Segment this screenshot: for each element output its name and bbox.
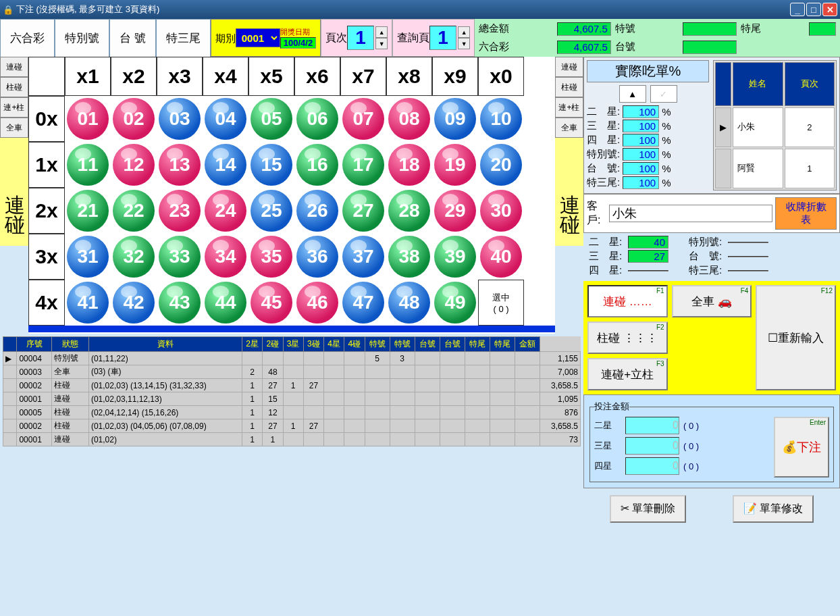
ball-34[interactable]: 34 — [205, 236, 246, 278]
discount-table-button[interactable]: 收牌折數表 — [775, 197, 837, 230]
ball-07[interactable]: 07 — [342, 98, 384, 140]
bet-二星[interactable] — [625, 417, 679, 434]
col-x3[interactable]: x3 — [157, 57, 203, 96]
modify-row-button[interactable]: 📝 單筆修改 — [733, 495, 814, 523]
maximize-button[interactable]: □ — [806, 3, 821, 16]
table-row[interactable]: 00002柱碰(01,02,03) (13,14,15) (31,32,33)1… — [3, 379, 581, 392]
page-input[interactable] — [347, 26, 374, 50]
row-4x[interactable]: 4x — [28, 280, 65, 326]
ball-23[interactable]: 23 — [159, 190, 201, 232]
page-up[interactable]: ▲ — [375, 26, 388, 38]
ball-10[interactable]: 10 — [480, 98, 522, 140]
table-row[interactable]: 00001連碰(01,02,03,11,12,13)1151,095 — [3, 392, 581, 406]
query-up[interactable]: ▲ — [458, 26, 470, 38]
col-x9[interactable]: x9 — [432, 57, 478, 96]
eat-check-button[interactable]: ✓ — [650, 85, 677, 103]
col-x8[interactable]: x8 — [386, 57, 432, 96]
ball-18[interactable]: 18 — [388, 144, 430, 186]
mode-1[interactable]: F4全車 🚗 — [672, 285, 752, 317]
col-x2[interactable]: x2 — [111, 57, 157, 96]
table-row[interactable]: 00005柱碰(02,04,12,14) (15,16,26)112876 — [3, 406, 581, 419]
ball-31[interactable]: 31 — [67, 236, 109, 278]
ball-46[interactable]: 46 — [296, 282, 338, 324]
ball-27[interactable]: 27 — [342, 190, 384, 232]
ball-15[interactable]: 15 — [251, 144, 292, 186]
tab-special[interactable]: 特別號 — [55, 19, 109, 57]
side-zhu[interactable]: 柱碰 — [0, 77, 28, 97]
col-x1[interactable]: x1 — [65, 57, 111, 96]
ball-38[interactable]: 38 — [388, 236, 430, 278]
ball-28[interactable]: 28 — [388, 190, 430, 232]
ball-25[interactable]: 25 — [251, 190, 292, 232]
ball-08[interactable]: 08 — [388, 98, 430, 140]
tab-lhc[interactable]: 六合彩 — [0, 19, 55, 57]
ball-24[interactable]: 24 — [205, 190, 246, 232]
side-lianzhu[interactable]: 連+柱 — [0, 97, 28, 118]
ball-12[interactable]: 12 — [113, 144, 155, 186]
table-row[interactable]: ▶00004特別號(01,11,22)531,155 — [3, 352, 581, 365]
ball-44[interactable]: 44 — [205, 282, 246, 324]
ball-45[interactable]: 45 — [251, 282, 292, 324]
ball-06[interactable]: 06 — [296, 98, 338, 140]
query-input[interactable] — [429, 26, 456, 50]
ball-43[interactable]: 43 — [159, 282, 201, 324]
mode-0[interactable]: F1連碰 …… — [587, 285, 668, 317]
col-x6[interactable]: x6 — [294, 57, 340, 96]
row-2x[interactable]: 2x — [28, 188, 65, 234]
side2-zhu[interactable]: 柱碰 — [555, 77, 583, 97]
ball-42[interactable]: 42 — [113, 282, 155, 324]
ball-40[interactable]: 40 — [480, 236, 522, 278]
page-down[interactable]: ▼ — [375, 38, 388, 49]
minimize-button[interactable]: _ — [790, 3, 805, 16]
ball-17[interactable]: 17 — [342, 144, 384, 186]
reinput-button[interactable]: F12☐重新輸入 — [756, 285, 836, 390]
ball-47[interactable]: 47 — [342, 282, 384, 324]
side-lian[interactable]: 連碰 — [0, 57, 28, 77]
query-down[interactable]: ▼ — [458, 38, 470, 49]
bet-三星[interactable] — [625, 437, 679, 455]
row-0x[interactable]: 0x — [28, 96, 65, 142]
ball-13[interactable]: 13 — [159, 144, 201, 186]
close-button[interactable]: ✕ — [822, 3, 837, 16]
row-1x[interactable]: 1x — [28, 142, 65, 188]
side2-lianzhu[interactable]: 連+柱 — [555, 97, 583, 118]
ball-33[interactable]: 33 — [159, 236, 201, 278]
ball-48[interactable]: 48 — [388, 282, 430, 324]
ball-19[interactable]: 19 — [434, 144, 476, 186]
side-tall-right[interactable]: 連碰 — [555, 138, 583, 246]
customer-table[interactable]: 姓名頁次▶小朱2阿賢1 — [713, 60, 837, 190]
ball-01[interactable]: 01 — [67, 98, 109, 140]
bet-四星[interactable] — [625, 457, 679, 475]
ball-16[interactable]: 16 — [296, 144, 338, 186]
ball-04[interactable]: 04 — [205, 98, 246, 140]
side2-lian[interactable]: 連碰 — [555, 57, 583, 77]
ball-36[interactable]: 36 — [296, 236, 338, 278]
tab-tail3[interactable]: 特三尾 — [156, 19, 211, 57]
side-tall-left[interactable]: 連碰 — [0, 138, 28, 246]
ball-21[interactable]: 21 — [67, 190, 109, 232]
row-3x[interactable]: 3x — [28, 234, 65, 280]
ball-41[interactable]: 41 — [67, 282, 109, 324]
ball-35[interactable]: 35 — [251, 236, 292, 278]
period-select[interactable]: 0001 — [236, 28, 280, 47]
eat-up-button[interactable]: ▲ — [619, 85, 646, 103]
ball-05[interactable]: 05 — [251, 98, 292, 140]
ball-29[interactable]: 29 — [434, 190, 476, 232]
tab-tai[interactable]: 台 號 — [109, 19, 156, 57]
col-x5[interactable]: x5 — [248, 57, 294, 96]
ball-11[interactable]: 11 — [67, 144, 109, 186]
side2-all[interactable]: 全車 — [555, 118, 583, 138]
col-x0[interactable]: x0 — [478, 57, 524, 96]
ball-39[interactable]: 39 — [434, 236, 476, 278]
ball-49[interactable]: 49 — [434, 282, 476, 324]
ball-37[interactable]: 37 — [342, 236, 384, 278]
customer-input[interactable] — [609, 205, 772, 222]
side-all[interactable]: 全車 — [0, 118, 28, 138]
mode-2[interactable]: F2柱碰 ⋮⋮⋮ — [587, 322, 668, 354]
table-row[interactable]: 00001連碰(01,02)1173 — [3, 433, 581, 446]
table-row[interactable]: 00003全車(03) (車)2487,008 — [3, 365, 581, 379]
col-x4[interactable]: x4 — [203, 57, 248, 96]
ball-22[interactable]: 22 — [113, 190, 155, 232]
ball-09[interactable]: 09 — [434, 98, 476, 140]
delete-row-button[interactable]: ✂ 單筆刪除 — [610, 495, 686, 523]
